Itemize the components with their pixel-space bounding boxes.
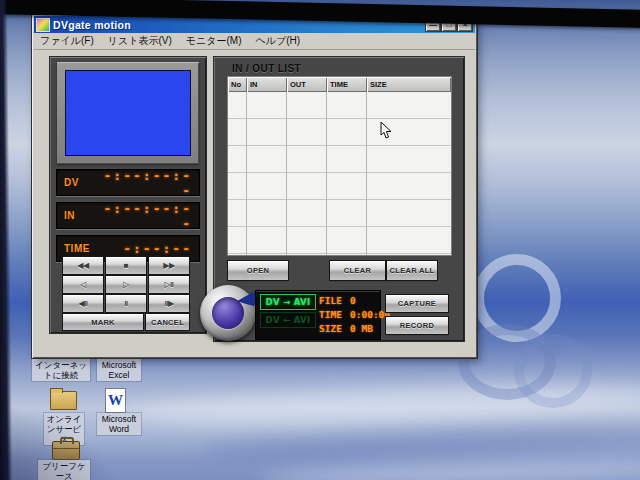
file-value: 0: [350, 295, 356, 306]
time-value: 0:00:00: [350, 309, 390, 320]
menubar: ファイル(F) リスト表示(V) モニター(M) ヘルプ(H): [34, 33, 475, 50]
dvgate-motion-window: DVgate motion — □ × ファイル(F) リスト表示(V) モニタ…: [32, 14, 477, 358]
wallpaper-streak: [200, 421, 640, 465]
in-counter-label: IN: [56, 210, 102, 221]
clear-button[interactable]: CLEAR: [330, 261, 385, 280]
size-readout: SIZE 0 MB: [319, 323, 373, 334]
dv-counter: DV -:--:--:--: [56, 169, 200, 196]
dv-counter-label: DV: [56, 177, 102, 188]
record-button[interactable]: RECORD: [386, 317, 448, 334]
time-counter-value: -:--:--: [102, 241, 200, 256]
step-back-button[interactable]: ◀‖: [63, 295, 103, 312]
jog-dial-knob[interactable]: [212, 297, 244, 329]
open-button[interactable]: OPEN: [228, 261, 288, 280]
wallpaper-ring: [514, 334, 592, 408]
mode-dv-to-avi[interactable]: DV → AVI: [260, 294, 316, 310]
desktop-icon-internet-label[interactable]: インターネットに接続: [32, 359, 90, 381]
app-icon: [37, 19, 49, 31]
time-counter-label: TIME: [56, 243, 102, 254]
in-out-list-table[interactable]: No IN OUT TIME SIZE: [228, 77, 451, 255]
in-out-list-title: IN / OUT LIST: [232, 63, 301, 74]
column-header-size[interactable]: SIZE: [367, 77, 451, 92]
menu-monitor[interactable]: モニター(M): [186, 34, 242, 48]
fast-forward-button[interactable]: ▶▶: [149, 257, 189, 274]
column-header-out[interactable]: OUT: [287, 77, 327, 92]
menu-help[interactable]: ヘルプ(H): [255, 34, 300, 48]
slow-reverse-button[interactable]: ◁: [63, 276, 103, 293]
photo-corner-shadow: [0, 400, 130, 480]
video-preview-screen: [65, 70, 191, 156]
wallpaper-streak: [260, 456, 640, 480]
size-label: SIZE: [319, 323, 345, 334]
column-header-no[interactable]: No: [228, 77, 247, 92]
monitor-panel: DV -:--:--:-- IN -:--:--:-- TIME -:--:--…: [50, 57, 206, 333]
table-column: [367, 92, 451, 255]
table-body[interactable]: [228, 92, 451, 255]
menu-file[interactable]: ファイル(F): [40, 34, 94, 48]
table-column: [247, 92, 287, 255]
file-label: FILE: [319, 295, 345, 306]
play-button[interactable]: ▷: [106, 276, 146, 293]
client-area: DV -:--:--:-- IN -:--:--:-- TIME -:--:--…: [34, 50, 475, 351]
table-column: [327, 92, 367, 255]
step-forward-button[interactable]: ‖▶: [149, 295, 189, 312]
dv-counter-value: -:--:--:--: [102, 168, 200, 198]
table-column: [287, 92, 327, 255]
time-label: TIME: [319, 309, 345, 320]
in-counter: IN -:--:--:--: [56, 202, 200, 229]
table-column: [228, 92, 247, 255]
column-header-time[interactable]: TIME: [327, 77, 367, 92]
stop-button[interactable]: ■: [106, 257, 146, 274]
jog-dial[interactable]: [200, 285, 256, 341]
in-counter-value: -:--:--:--: [102, 201, 200, 231]
size-value: 0 MB: [350, 323, 373, 334]
rewind-button[interactable]: ◀◀: [63, 257, 103, 274]
capture-info-display: DV → AVI DV ← AVI FILE 0 TIME 0:00:00 SI…: [256, 291, 380, 339]
pause-button[interactable]: ‖: [106, 295, 146, 312]
list-panel: IN / OUT LIST No IN OUT TIME SIZE: [214, 57, 464, 341]
clear-all-button[interactable]: CLEAR ALL: [387, 261, 437, 280]
preview-bezel: [57, 62, 199, 164]
slow-forward-button[interactable]: ▷‖: [149, 276, 189, 293]
column-header-in[interactable]: IN: [247, 77, 287, 92]
table-header-row: No IN OUT TIME SIZE: [228, 77, 451, 92]
file-readout: FILE 0: [319, 295, 356, 306]
mode-avi-to-dv[interactable]: DV ← AVI: [260, 312, 316, 328]
mark-button[interactable]: MARK: [63, 314, 143, 330]
capture-button[interactable]: CAPTURE: [386, 295, 448, 312]
desktop-icon-excel-label[interactable]: Microsoft Excel: [97, 359, 141, 381]
cancel-button[interactable]: CANCEL: [146, 314, 189, 330]
menu-list-view[interactable]: リスト表示(V): [108, 34, 172, 48]
time-readout: TIME 0:00:00: [319, 309, 390, 320]
crt-photo: インターネットに接続 Microsoft Excel オンラインサービス W M…: [0, 0, 640, 480]
